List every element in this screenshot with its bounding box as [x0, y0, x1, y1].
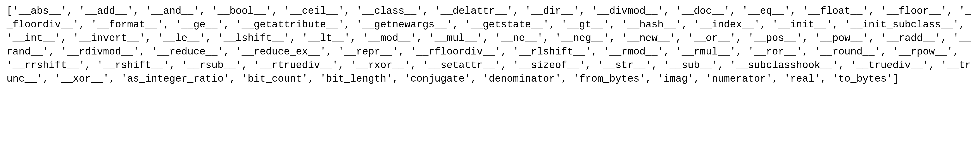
code-output: ['__abs__', '__add__', '__and__', '__boo…: [0, 0, 980, 154]
